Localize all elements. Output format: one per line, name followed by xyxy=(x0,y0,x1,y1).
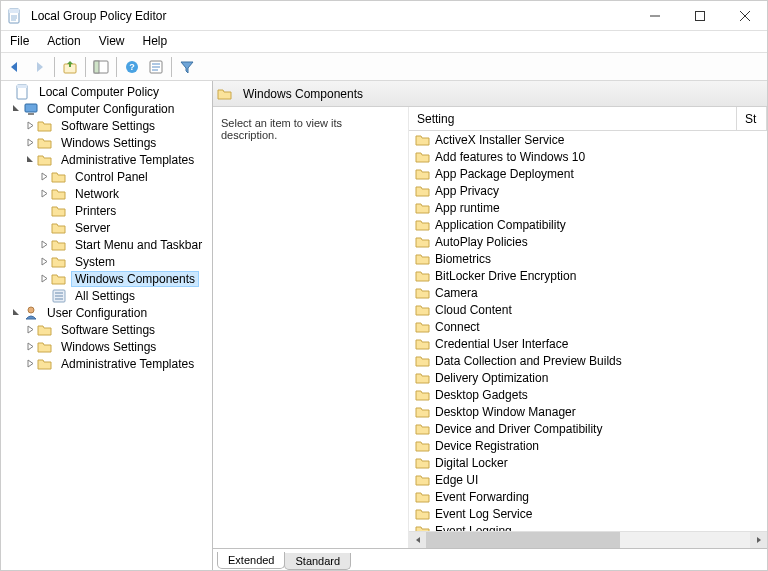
description-column: Select an item to view its description. xyxy=(213,107,409,548)
tree-at-all-settings[interactable]: All Settings xyxy=(1,287,212,304)
list-item[interactable]: App Privacy xyxy=(409,182,767,199)
list-item-label: ActiveX Installer Service xyxy=(435,133,564,147)
titlebar: Local Group Policy Editor xyxy=(1,1,767,31)
list-item-label: Data Collection and Preview Builds xyxy=(435,354,622,368)
tree-at-network[interactable]: Network xyxy=(1,185,212,202)
folder-icon xyxy=(415,506,431,522)
forward-button[interactable] xyxy=(28,56,50,78)
folder-icon xyxy=(415,404,431,420)
list-item[interactable]: Credential User Interface xyxy=(409,335,767,352)
list-item-label: Cloud Content xyxy=(435,303,512,317)
list-item[interactable]: ActiveX Installer Service xyxy=(409,131,767,148)
list-item[interactable]: AutoPlay Policies xyxy=(409,233,767,250)
twisty-closed-icon[interactable] xyxy=(23,342,37,351)
twisty-closed-icon[interactable] xyxy=(37,189,51,198)
tree-cc-software[interactable]: Software Settings xyxy=(1,117,212,134)
up-button[interactable] xyxy=(59,56,81,78)
toolbar-separator xyxy=(171,57,172,77)
user-icon xyxy=(23,305,39,321)
scroll-left-icon[interactable] xyxy=(409,532,426,549)
properties-button[interactable] xyxy=(145,56,167,78)
twisty-closed-icon[interactable] xyxy=(23,359,37,368)
twisty-closed-icon[interactable] xyxy=(23,325,37,334)
twisty-closed-icon[interactable] xyxy=(37,172,51,181)
list-item[interactable]: Device Registration xyxy=(409,437,767,454)
back-button[interactable] xyxy=(4,56,26,78)
tree-label: Software Settings xyxy=(57,118,159,134)
list-item[interactable]: App Package Deployment xyxy=(409,165,767,182)
list-item[interactable]: Digital Locker xyxy=(409,454,767,471)
tree-at-start[interactable]: Start Menu and Taskbar xyxy=(1,236,212,253)
list-item[interactable]: Event Logging xyxy=(409,522,767,531)
scroll-track[interactable] xyxy=(426,532,750,548)
maximize-button[interactable] xyxy=(677,1,722,30)
twisty-closed-icon[interactable] xyxy=(37,257,51,266)
list-item[interactable]: Cloud Content xyxy=(409,301,767,318)
tree-uc-admin[interactable]: Administrative Templates xyxy=(1,355,212,372)
list-rows[interactable]: ActiveX Installer ServiceAdd features to… xyxy=(409,131,767,531)
svg-marker-30 xyxy=(27,156,33,162)
horizontal-scrollbar[interactable] xyxy=(409,531,767,548)
twisty-open-icon[interactable] xyxy=(9,308,23,317)
menu-help[interactable]: Help xyxy=(134,31,177,52)
scroll-right-icon[interactable] xyxy=(750,532,767,549)
list-item[interactable]: Desktop Window Manager xyxy=(409,403,767,420)
twisty-open-icon[interactable] xyxy=(9,104,23,113)
list-item[interactable]: Edge UI xyxy=(409,471,767,488)
tree-label: Server xyxy=(71,220,114,236)
menu-action[interactable]: Action xyxy=(38,31,89,52)
folder-icon xyxy=(415,166,431,182)
minimize-button[interactable] xyxy=(632,1,677,30)
window-controls xyxy=(632,1,767,30)
list-item[interactable]: Add features to Windows 10 xyxy=(409,148,767,165)
list-item[interactable]: Desktop Gadgets xyxy=(409,386,767,403)
twisty-closed-icon[interactable] xyxy=(37,274,51,283)
list-item[interactable]: Delivery Optimization xyxy=(409,369,767,386)
list-item-label: Digital Locker xyxy=(435,456,508,470)
tab-extended[interactable]: Extended xyxy=(217,552,285,569)
list-item[interactable]: Event Log Service xyxy=(409,505,767,522)
tree-at-system[interactable]: System xyxy=(1,253,212,270)
show-hide-tree-button[interactable] xyxy=(90,56,112,78)
tree-root[interactable]: Local Computer Policy xyxy=(1,83,212,100)
tree-user-config[interactable]: User Configuration xyxy=(1,304,212,321)
list-item[interactable]: App runtime xyxy=(409,199,767,216)
tree-at-control-panel[interactable]: Control Panel xyxy=(1,168,212,185)
twisty-closed-icon[interactable] xyxy=(23,121,37,130)
details-pane: Windows Components Select an item to vie… xyxy=(213,81,767,570)
menu-view[interactable]: View xyxy=(90,31,134,52)
scroll-thumb[interactable] xyxy=(426,532,620,548)
tree-label: Printers xyxy=(71,203,120,219)
tree-at-server[interactable]: Server xyxy=(1,219,212,236)
tree-uc-windows[interactable]: Windows Settings xyxy=(1,338,212,355)
svg-marker-22 xyxy=(181,62,193,73)
tree-pane[interactable]: Local Computer Policy Computer Configura… xyxy=(1,81,213,570)
twisty-closed-icon[interactable] xyxy=(37,240,51,249)
list-item[interactable]: Biometrics xyxy=(409,250,767,267)
content-body: Select an item to view its description. … xyxy=(213,107,767,548)
list-item[interactable]: Connect xyxy=(409,318,767,335)
close-button[interactable] xyxy=(722,1,767,30)
tree-uc-software[interactable]: Software Settings xyxy=(1,321,212,338)
list-item[interactable]: Camera xyxy=(409,284,767,301)
list-item[interactable]: Application Compatibility xyxy=(409,216,767,233)
tree-cc-windows[interactable]: Windows Settings xyxy=(1,134,212,151)
list-item[interactable]: Device and Driver Compatibility xyxy=(409,420,767,437)
tab-standard[interactable]: Standard xyxy=(284,553,351,570)
column-setting[interactable]: Setting xyxy=(409,107,737,130)
filter-button[interactable] xyxy=(176,56,198,78)
tree-computer-config[interactable]: Computer Configuration xyxy=(1,100,212,117)
column-state[interactable]: St xyxy=(737,107,767,130)
folder-icon xyxy=(51,237,67,253)
list-item[interactable]: BitLocker Drive Encryption xyxy=(409,267,767,284)
list-item[interactable]: Event Forwarding xyxy=(409,488,767,505)
folder-icon xyxy=(415,217,431,233)
list-item[interactable]: Data Collection and Preview Builds xyxy=(409,352,767,369)
tree-at-printers[interactable]: Printers xyxy=(1,202,212,219)
menu-file[interactable]: File xyxy=(1,31,38,52)
twisty-open-icon[interactable] xyxy=(23,155,37,164)
twisty-closed-icon[interactable] xyxy=(23,138,37,147)
tree-at-windows-components[interactable]: Windows Components xyxy=(1,270,212,287)
tree-cc-admin[interactable]: Administrative Templates xyxy=(1,151,212,168)
help-button[interactable]: ? xyxy=(121,56,143,78)
